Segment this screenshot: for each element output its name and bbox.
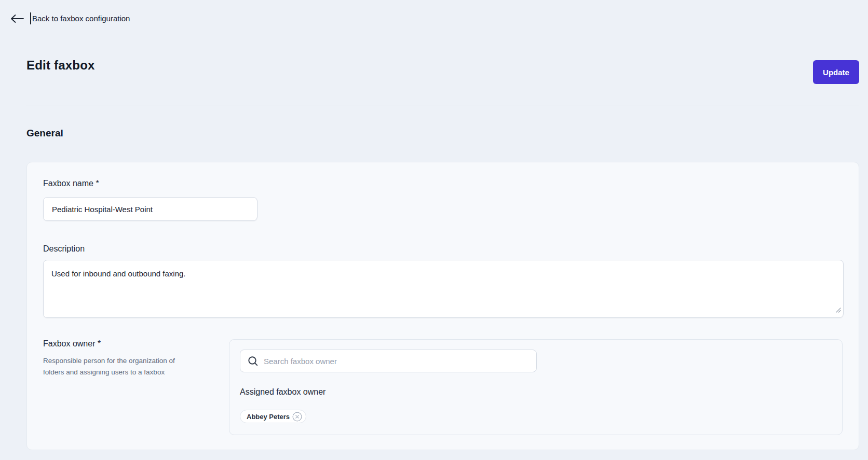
owner-search-box[interactable] (240, 350, 537, 372)
faxbox-name-label: Faxbox name * (43, 179, 99, 188)
general-card: Faxbox name * Description Used for inbou… (26, 162, 859, 450)
owner-chip-name: Abbey Peters (247, 413, 290, 421)
description-label: Description (43, 244, 843, 254)
search-icon (248, 356, 259, 367)
owner-chip: Abbey Peters (240, 410, 306, 423)
faxbox-owner-label: Faxbox owner * (43, 339, 229, 349)
faxbox-owner-labels: Faxbox owner * Responsible person for th… (43, 339, 229, 435)
back-link[interactable]: Back to faxbox configuration (10, 12, 130, 24)
owner-search-input[interactable] (264, 350, 536, 372)
back-arrow-icon[interactable] (10, 14, 24, 23)
remove-owner-icon[interactable] (292, 412, 302, 422)
description-textarea[interactable]: Used for inbound and outbound faxing. (43, 260, 844, 318)
assigned-owner-label: Assigned faxbox owner (240, 387, 832, 397)
header-divider (26, 105, 859, 105)
back-link-label[interactable]: Back to faxbox configuration (32, 14, 130, 23)
faxbox-name-input[interactable] (43, 197, 257, 221)
page-title: Edit faxbox (26, 58, 95, 73)
faxbox-owner-panel: Assigned faxbox owner Abbey Peters (229, 339, 843, 435)
page-header: Edit faxbox Update (26, 57, 859, 84)
update-button[interactable]: Update (813, 60, 859, 84)
faxbox-owner-helper-text: Responsible person for the organization … (43, 355, 181, 378)
faxbox-owner-section: Faxbox owner * Responsible person for th… (43, 339, 843, 435)
section-title-general: General (26, 128, 63, 139)
description-field-wrap: Used for inbound and outbound faxing. (43, 260, 844, 318)
text-cursor-caret (30, 12, 31, 24)
